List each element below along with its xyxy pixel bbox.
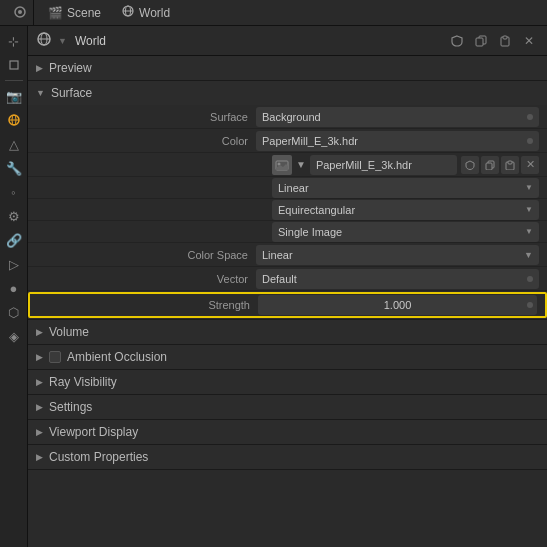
custom-props-label: Custom Properties bbox=[49, 450, 148, 464]
color-value-text: PaperMill_E_3k.hdr bbox=[262, 135, 523, 147]
volume-collapse-arrow: ▶ bbox=[36, 327, 43, 337]
settings-section: ▶ Settings bbox=[28, 395, 547, 420]
strength-dot bbox=[527, 302, 533, 308]
shield-btn[interactable] bbox=[447, 31, 467, 51]
surface-header[interactable]: ▼ Surface bbox=[28, 81, 547, 105]
colorspace-value-text: Linear bbox=[262, 249, 293, 261]
strength-value-text: 1.000 bbox=[384, 299, 412, 311]
image-dropdown-arrow[interactable]: ▼ bbox=[296, 159, 306, 170]
close-img-btn[interactable]: ✕ bbox=[521, 156, 539, 174]
surface-section: ▼ Surface Surface Background Color Paper… bbox=[28, 81, 547, 320]
surface-value[interactable]: Background bbox=[256, 107, 539, 127]
properties-header: ▼ World bbox=[28, 26, 547, 56]
left-toolbar: ⊹ 📷 △ 🔧 ◦ ⚙ 🔗 ▷ ● ⬡ ◈ bbox=[0, 26, 28, 547]
toolbar-constraints[interactable]: 🔗 bbox=[3, 229, 25, 251]
toolbar-shading[interactable]: ◈ bbox=[3, 325, 25, 347]
world-menu[interactable]: World bbox=[115, 2, 176, 23]
world-props-dropdown[interactable]: ▼ bbox=[58, 36, 67, 46]
volume-label: Volume bbox=[49, 325, 89, 339]
viewport-display-section: ▶ Viewport Display bbox=[28, 420, 547, 445]
copy-img-btn[interactable] bbox=[481, 156, 499, 174]
paste-btn[interactable] bbox=[495, 31, 515, 51]
world-props-icon bbox=[36, 31, 52, 50]
ray-visibility-header[interactable]: ▶ Ray Visibility bbox=[28, 370, 547, 394]
interpolation-arrow: ▼ bbox=[525, 183, 533, 192]
copy-btn[interactable] bbox=[471, 31, 491, 51]
colorspace-arrow: ▼ bbox=[524, 250, 533, 260]
toolbar-divider-1 bbox=[5, 80, 23, 81]
colorspace-value[interactable]: Linear ▼ bbox=[256, 245, 539, 265]
toolbar-world[interactable] bbox=[3, 109, 25, 131]
preview-collapse-arrow: ▶ bbox=[36, 63, 43, 73]
toolbar-material[interactable]: ● bbox=[3, 277, 25, 299]
toolbar-object-data[interactable] bbox=[3, 54, 25, 76]
top-bar: 🎬 Scene World bbox=[0, 0, 547, 26]
custom-props-section: ▶ Custom Properties bbox=[28, 445, 547, 470]
colorspace-row: Color Space Linear ▼ bbox=[28, 243, 547, 267]
image-name-text: PaperMill_E_3k.hdr bbox=[316, 159, 412, 171]
properties-panel: ▼ World bbox=[28, 26, 547, 547]
toolbar-render[interactable]: 📷 bbox=[3, 85, 25, 107]
volume-header[interactable]: ▶ Volume bbox=[28, 320, 547, 344]
ao-header[interactable]: ▶ Ambient Occlusion bbox=[28, 345, 547, 369]
projection-value: Equirectangular bbox=[278, 204, 355, 216]
ray-visibility-section: ▶ Ray Visibility bbox=[28, 370, 547, 395]
close-btn[interactable]: ✕ bbox=[519, 31, 539, 51]
settings-arrow: ▶ bbox=[36, 402, 43, 412]
projection-dropdown[interactable]: Equirectangular ▼ bbox=[272, 200, 539, 220]
blender-menu[interactable] bbox=[6, 0, 34, 26]
image-name-field[interactable]: PaperMill_E_3k.hdr bbox=[310, 155, 457, 175]
source-dropdown[interactable]: Single Image ▼ bbox=[272, 222, 539, 242]
svg-rect-19 bbox=[486, 163, 492, 170]
volume-section: ▶ Volume bbox=[28, 320, 547, 345]
ray-visibility-label: Ray Visibility bbox=[49, 375, 117, 389]
vector-value[interactable]: Default bbox=[256, 269, 539, 289]
surface-row: Surface Background bbox=[28, 105, 547, 129]
scene-menu[interactable]: 🎬 Scene bbox=[42, 4, 107, 22]
interpolation-dropdown[interactable]: Linear ▼ bbox=[272, 178, 539, 198]
surface-prop-label: Surface bbox=[36, 111, 256, 123]
toolbar-object[interactable]: △ bbox=[3, 133, 25, 155]
custom-props-arrow: ▶ bbox=[36, 452, 43, 462]
props-title: World bbox=[75, 34, 441, 48]
settings-header[interactable]: ▶ Settings bbox=[28, 395, 547, 419]
scene-label: Scene bbox=[67, 6, 101, 20]
strength-input[interactable]: 1.000 bbox=[258, 295, 537, 315]
ao-label: Ambient Occlusion bbox=[67, 350, 167, 364]
toolbar-transform[interactable]: ⊹ bbox=[3, 30, 25, 52]
toolbar-modifier[interactable]: 🔧 bbox=[3, 157, 25, 179]
source-row: Single Image ▼ bbox=[28, 221, 547, 243]
preview-header[interactable]: ▶ Preview bbox=[28, 56, 547, 80]
toolbar-nodes[interactable]: ⬡ bbox=[3, 301, 25, 323]
toolbar-physics[interactable]: ⚙ bbox=[3, 205, 25, 227]
color-value[interactable]: PaperMill_E_3k.hdr bbox=[256, 131, 539, 151]
toolbar-data[interactable]: ▷ bbox=[3, 253, 25, 275]
colorspace-label: Color Space bbox=[36, 249, 256, 261]
paste-img-btn[interactable] bbox=[501, 156, 519, 174]
shield-img-btn[interactable] bbox=[461, 156, 479, 174]
preview-label: Preview bbox=[49, 61, 92, 75]
vector-label: Vector bbox=[36, 273, 256, 285]
ao-checkbox[interactable] bbox=[49, 351, 61, 363]
settings-label: Settings bbox=[49, 400, 92, 414]
world-label: World bbox=[139, 6, 170, 20]
props-actions: ✕ bbox=[447, 31, 539, 51]
toolbar-particles[interactable]: ◦ bbox=[3, 181, 25, 203]
color-dot bbox=[527, 138, 533, 144]
viewport-display-header[interactable]: ▶ Viewport Display bbox=[28, 420, 547, 444]
preview-section: ▶ Preview bbox=[28, 56, 547, 81]
svg-point-1 bbox=[18, 10, 22, 14]
vector-value-text: Default bbox=[262, 273, 523, 285]
surface-value-text: Background bbox=[262, 111, 523, 123]
color-row: Color PaperMill_E_3k.hdr bbox=[28, 129, 547, 153]
source-value: Single Image bbox=[278, 226, 342, 238]
image-texture-row: ▼ PaperMill_E_3k.hdr bbox=[28, 153, 547, 177]
strength-label: Strength bbox=[38, 299, 258, 311]
world-icon bbox=[121, 4, 135, 21]
main-layout: ⊹ 📷 △ 🔧 ◦ ⚙ 🔗 ▷ ● ⬡ ◈ bbox=[0, 26, 547, 547]
custom-props-header[interactable]: ▶ Custom Properties bbox=[28, 445, 547, 469]
image-type-icon[interactable] bbox=[272, 155, 292, 175]
viewport-display-label: Viewport Display bbox=[49, 425, 138, 439]
svg-rect-5 bbox=[10, 61, 18, 69]
content-area: ▼ World bbox=[28, 26, 547, 547]
